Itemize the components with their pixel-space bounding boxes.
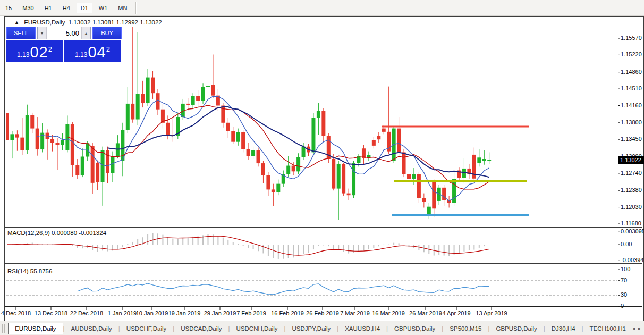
- tabbar-grip[interactable]: [2, 324, 5, 333]
- ohlc-low: 1.12992: [116, 19, 138, 26]
- timeframe-button-d1[interactable]: D1: [77, 3, 92, 13]
- date-axis-label: 16 Mar 2019: [372, 310, 405, 316]
- chart-tab-bar: EURUSD,Daily|AUDUSD,Daily|USDCHF,Daily|U…: [0, 321, 644, 335]
- date-axis-label: 22 Dec 2018: [70, 310, 103, 316]
- buy-button[interactable]: BUY: [92, 27, 122, 39]
- timeframe-button-h4[interactable]: H4: [58, 3, 74, 13]
- timeframe-toolbar: 15M30H1H4D1W1MN: [0, 0, 644, 16]
- price-axis-label: 1.12740: [621, 170, 642, 176]
- collapse-triangle-icon[interactable]: ▲: [14, 20, 19, 25]
- sell-price-sup: 2: [48, 41, 52, 57]
- timeframe-button-15[interactable]: 15: [1, 3, 16, 13]
- price-axis-label: 1.11680: [621, 220, 641, 227]
- tabs-holder: EURUSD,Daily|AUDUSD,Daily|USDCHF,Daily|U…: [8, 323, 632, 334]
- date-axis-label: 16 Feb 2019: [271, 310, 304, 316]
- price-axis-label: 1.12030: [621, 204, 642, 210]
- one-click-trade-panel: SELL ▼ ▲ BUY 1.13022 1.13042: [6, 27, 122, 62]
- price-axis-label: 1.14510: [621, 85, 642, 91]
- chart-tab-eurusd-daily[interactable]: EURUSD,Daily: [8, 323, 63, 334]
- date-axis-label: 4 Apr 2019: [442, 310, 470, 316]
- macd-axis-label: -0.003947: [621, 257, 644, 263]
- volume-stepper: ▼ ▲: [37, 27, 91, 39]
- sell-price-box[interactable]: 1.13022: [6, 40, 63, 62]
- price-axis-label: 1.12380: [621, 187, 642, 193]
- buy-price-prefix: 1.13: [75, 49, 87, 60]
- rsi-axis-label: 70: [621, 277, 627, 283]
- mt4-window: 15M30H1H4D1W1MN ▲ EURUSD,Daily 1.13032 1…: [0, 0, 644, 335]
- chart-tab-usdchf-daily[interactable]: USDCHF,Daily: [120, 323, 173, 334]
- date-axis-label: 13 Apr 2019: [476, 310, 507, 316]
- date-axis-label: 26 Mar 2019: [409, 310, 442, 316]
- ohlc-high: 1.13081: [92, 19, 115, 26]
- chart-tab-gbpusd-daily[interactable]: GBPUSD,Daily: [489, 323, 543, 334]
- chart-tab-tech100-h1[interactable]: TECH100,H1: [583, 323, 632, 334]
- date-axis-label: 10 Jan 2019: [136, 310, 168, 316]
- date-axis-label: 7 Mar 2019: [340, 310, 370, 316]
- price-axis-label: 1.14860: [621, 69, 642, 75]
- date-axis-label: 19 Jan 2019: [168, 310, 201, 316]
- rsi-axis-label: 30: [621, 291, 627, 298]
- current-price-tag: 1.13022: [618, 156, 644, 164]
- date-axis-label: 13 Dec 2018: [35, 310, 67, 316]
- volume-decrease-icon[interactable]: ▼: [38, 27, 47, 39]
- macd-indicator-header: MACD(12,26,9) 0.000080 -0.001324: [7, 230, 106, 236]
- price-axis-label: 1.14160: [621, 102, 642, 108]
- chart-tab-sp500-m15[interactable]: SP500,M15: [443, 323, 488, 334]
- timeframe-button-m30[interactable]: M30: [18, 3, 38, 13]
- date-axis-label: 4 Dec 2018: [1, 310, 31, 316]
- timeframe-button-h1[interactable]: H1: [40, 3, 56, 13]
- price-axis-label: 1.15220: [621, 51, 642, 57]
- price-axis-label: 1.15570: [621, 35, 642, 41]
- buy-price-big: 04: [88, 45, 106, 60]
- toolbar-separator: [135, 2, 137, 14]
- ohlc-close: 1.13022: [140, 19, 162, 26]
- date-axis-label: 29 Jan 2019: [204, 310, 236, 316]
- chart-tab-dj30-h4[interactable]: DJ30,H4: [545, 323, 582, 334]
- tab-scroll-right-icon[interactable]: ▸: [638, 325, 641, 331]
- volume-input[interactable]: [47, 27, 81, 39]
- price-axis-label: 1.13800: [621, 119, 642, 125]
- chart-tab-usdjpy-daily[interactable]: USDJPY,Daily: [286, 323, 337, 334]
- date-axis-label: 1 Jan 2019: [108, 310, 137, 316]
- sell-button[interactable]: SELL: [6, 27, 36, 39]
- tab-scroll-arrows: ◂ ▸: [632, 325, 641, 331]
- date-axis-label: 26 Feb 2019: [306, 310, 339, 316]
- volume-increase-icon[interactable]: ▲: [81, 27, 90, 39]
- chart-tab-usdcnh-daily[interactable]: USDCNH,Daily: [230, 323, 284, 334]
- rsi-axis-label: 0: [621, 303, 624, 309]
- buy-price-sup: 2: [106, 41, 110, 57]
- timeframe-button-w1[interactable]: W1: [95, 3, 112, 13]
- price-axis-label: 1.13450: [621, 136, 642, 142]
- symbol-name: EURUSD,Daily: [24, 19, 65, 26]
- ohlc-open: 1.13032: [69, 19, 91, 26]
- macd-axis-label: 0.00: [621, 241, 632, 247]
- chart-tab-gbpusd-daily[interactable]: GBPUSD,Daily: [388, 323, 442, 334]
- tab-scroll-left-icon[interactable]: ◂: [632, 325, 635, 331]
- sell-price-prefix: 1.13: [17, 49, 29, 60]
- date-axis-label: 7 Feb 2019: [236, 310, 266, 316]
- rsi-indicator-header: RSI(14) 55.8756: [7, 268, 52, 274]
- symbol-ohlc-header: ▲ EURUSD,Daily 1.13032 1.13081 1.12992 1…: [14, 19, 162, 26]
- chart-tab-xauusd-h4[interactable]: XAUUSD,H4: [338, 323, 386, 334]
- buy-price-box[interactable]: 1.13042: [64, 40, 121, 62]
- chart-window[interactable]: [4, 16, 644, 322]
- timeframe-button-mn[interactable]: MN: [114, 3, 131, 13]
- macd-axis-label: 0.003095: [621, 228, 644, 234]
- chart-tab-audusd-daily[interactable]: AUDUSD,Daily: [65, 323, 118, 334]
- rsi-axis-label: 100: [621, 266, 630, 272]
- sell-price-big: 02: [30, 45, 48, 60]
- chart-tab-usdcad-daily[interactable]: USDCAD,Daily: [174, 323, 228, 334]
